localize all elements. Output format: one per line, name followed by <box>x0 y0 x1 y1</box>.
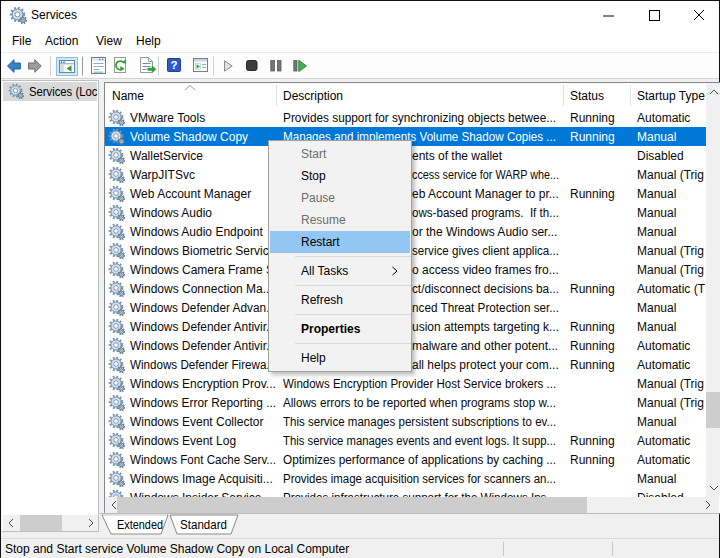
svg-text:Extended: Extended <box>117 518 163 532</box>
svg-text:Standard: Standard <box>180 518 227 532</box>
svg-text:?: ? <box>170 59 177 71</box>
